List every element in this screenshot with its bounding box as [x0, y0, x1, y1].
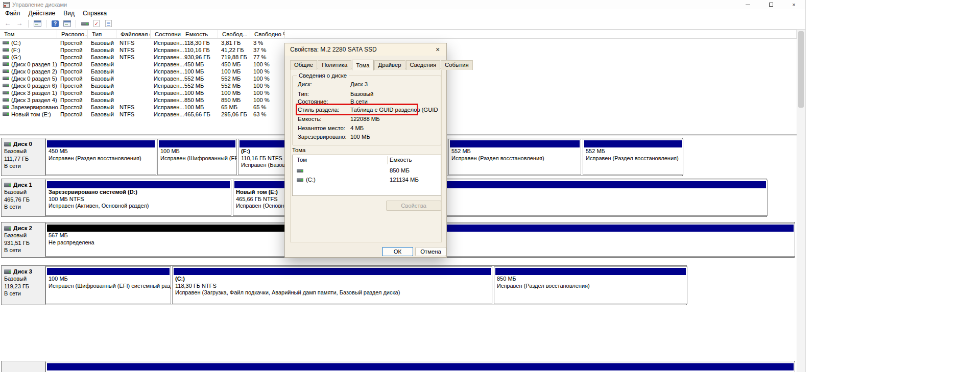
- partition-label: 552 МБ: [451, 148, 581, 155]
- partitions-area: 100 МБИсправен (Шифрованный (EFI) систем…: [46, 266, 686, 305]
- disk-type: Базовый: [4, 232, 45, 239]
- volume-type: Базовый: [91, 82, 114, 89]
- partition[interactable]: 100 МБИсправен (Шифрованный (EFI) систем…: [45, 266, 171, 304]
- close-button[interactable]: ×: [782, 0, 805, 9]
- title-bar: Управление дисками ×: [0, 0, 805, 9]
- tab-policy[interactable]: Политика: [318, 60, 351, 70]
- volume-type: Базовый: [91, 39, 114, 46]
- partition-color-bar: [584, 140, 682, 147]
- column-header-filler: [285, 30, 797, 38]
- column-header-type[interactable]: Тип: [88, 30, 116, 38]
- maximize-icon: [769, 3, 773, 7]
- partition-color-bar: [159, 140, 235, 147]
- menu-bar: ФайлДействиеВидСправка: [0, 9, 805, 18]
- partition[interactable]: [45, 362, 795, 372]
- disk-drive-icon[interactable]: [80, 19, 89, 28]
- column-divider: [387, 156, 388, 164]
- groupbox-title: Сведения о диске: [297, 72, 349, 79]
- volume-layout: Простой: [60, 46, 83, 54]
- properties-list-icon[interactable]: [104, 19, 113, 28]
- dialog-volume-list[interactable]: Том Емкость 850 МБ(C:)121134 МБ: [292, 155, 441, 196]
- volume-filesystem: NTFS: [119, 104, 134, 111]
- partition[interactable]: 552 МБИсправен (Раздел восстановления): [448, 139, 581, 175]
- volume-layout: Простой: [60, 75, 83, 82]
- console-tree-icon[interactable]: [62, 19, 71, 28]
- scrollbar-thumb[interactable]: [798, 31, 804, 108]
- volume-type: Базовый: [91, 104, 114, 111]
- ok-button[interactable]: ОК: [382, 247, 413, 256]
- menu-view[interactable]: Вид: [59, 9, 79, 18]
- volume-free-percent: 65 %: [253, 104, 267, 111]
- volume-column-header: Том: [297, 157, 307, 163]
- tab-details[interactable]: Сведения: [406, 60, 441, 70]
- partition[interactable]: (C:)118,30 ГБ NTFSИсправен (Загрузка, Фа…: [172, 266, 492, 304]
- minimize-button[interactable]: [736, 0, 759, 9]
- highlight-rectangle: [296, 104, 418, 115]
- help-glyph: ?: [52, 20, 59, 27]
- partition-color-bar: [495, 268, 686, 275]
- cancel-button[interactable]: Отмена: [415, 247, 446, 256]
- partition-color-bar: [47, 268, 170, 275]
- field-value: 100 МБ: [350, 133, 370, 140]
- partition[interactable]: 552 МБИсправен (Раздел восстановления): [583, 139, 683, 175]
- help-icon[interactable]: ?: [51, 19, 60, 28]
- partition[interactable]: 850 МБИсправен (Раздел восстановления): [494, 266, 687, 304]
- volume-icon: [3, 105, 9, 109]
- disk-info-panel[interactable]: Диск 0Базовый111,77 ГБВ сети: [2, 138, 45, 176]
- volume-capacity: 100 МБ: [184, 89, 204, 96]
- menu-action[interactable]: Действие: [25, 9, 60, 18]
- column-header-capacity[interactable]: Емкость: [181, 30, 218, 38]
- dialog-title-bar: Свойства: M.2 2280 SATA SSD ×: [285, 43, 446, 56]
- tab-general[interactable]: Общие: [290, 60, 317, 70]
- disk-info-panel[interactable]: Диск 3Базовый119,23 ГБВ сети: [2, 266, 45, 305]
- disk-info-panel[interactable]: Диск 1Базовый465,76 ГБВ сети: [2, 179, 45, 216]
- disk-drive-glyph: [81, 22, 89, 26]
- volume-free: 3,81 ГБ: [221, 39, 241, 46]
- column-header-free-percent[interactable]: Свободно %: [250, 30, 285, 38]
- volume-capacity: 930,96 ГБ: [184, 54, 210, 61]
- window-title: Управление дисками: [12, 2, 67, 8]
- disk-drive-icon: [4, 269, 11, 274]
- volume-icon: [3, 41, 9, 44]
- tab-driver[interactable]: Драйвер: [374, 60, 405, 70]
- dialog-volume-row[interactable]: (C:)121134 МБ: [293, 176, 441, 184]
- partition[interactable]: 100 МБИсправен (Шифрованный (EFI) си: [157, 139, 237, 175]
- column-header-free[interactable]: Свобод...: [218, 30, 250, 38]
- volume-layout: Простой: [60, 61, 83, 68]
- column-header-status[interactable]: Состояние: [151, 30, 181, 38]
- menu-file[interactable]: Файл: [1, 9, 25, 18]
- dialog-volume-row[interactable]: 850 МБ: [293, 166, 441, 175]
- dialog-volume-capacity: 850 МБ: [390, 167, 410, 173]
- column-header-filesystem[interactable]: Файловая с...: [116, 30, 151, 38]
- partition-label: 850 МБ: [497, 276, 687, 283]
- volume-free: 65 МБ: [221, 104, 237, 111]
- tab-volumes[interactable]: Тома: [352, 60, 373, 70]
- column-header-layout[interactable]: Располо...: [57, 30, 88, 38]
- volume-layout: Простой: [60, 89, 83, 96]
- partition-label: Исправен (Шифрованный (EFI) системный ра…: [49, 283, 171, 290]
- tab-events[interactable]: События: [441, 60, 473, 70]
- field-label: Зарезервировано:: [298, 133, 347, 140]
- column-header-volume[interactable]: Том: [0, 30, 57, 38]
- volume-filesystem: NTFS: [119, 111, 134, 118]
- dialog-title: Свойства: M.2 2280 SATA SSD: [290, 46, 377, 53]
- console-window-icon[interactable]: [33, 19, 42, 28]
- volume-type: Базовый: [91, 46, 114, 54]
- vertical-scrollbar[interactable]: [797, 30, 805, 372]
- volume-status: Исправен...: [154, 46, 184, 54]
- back-arrow-icon[interactable]: ←: [3, 19, 12, 28]
- menu-help[interactable]: Справка: [79, 9, 111, 18]
- volume-status: Исправен...: [154, 104, 184, 111]
- disk-info-panel[interactable]: [2, 361, 45, 372]
- volume-layout: Простой: [60, 104, 83, 111]
- partition[interactable]: Зарезервировано системой (D:)100 МБ NTFS…: [45, 180, 231, 216]
- dialog-close-icon[interactable]: ×: [429, 43, 446, 56]
- disk-info-panel[interactable]: Диск 2Базовый931,51 ГБВ сети: [2, 222, 45, 257]
- action-check-icon[interactable]: ✓: [92, 19, 101, 28]
- partition[interactable]: 450 МБИсправен (Раздел восстановления): [45, 139, 156, 175]
- forward-arrow-icon[interactable]: →: [15, 19, 24, 28]
- maximize-button[interactable]: [759, 0, 782, 9]
- disk-drive-icon: [4, 183, 11, 187]
- volume-free: 719,88 ГБ: [221, 54, 247, 61]
- volume-free-percent: 37 %: [253, 46, 267, 54]
